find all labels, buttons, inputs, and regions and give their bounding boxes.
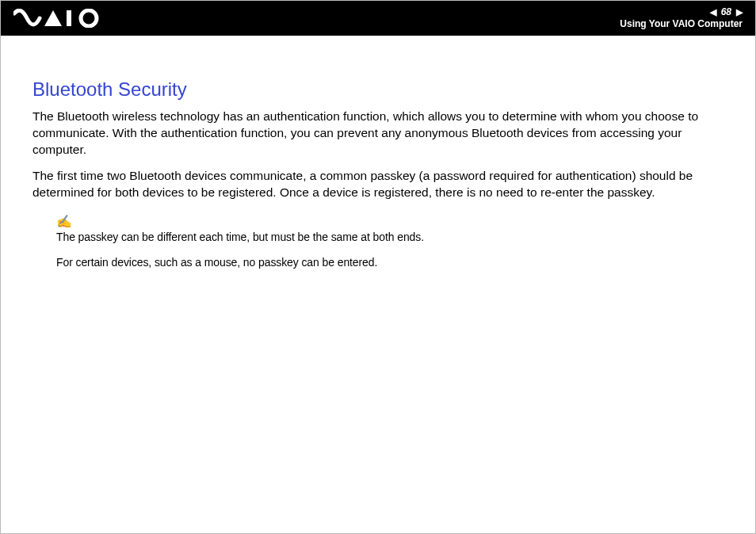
note-icon: ✍ [56, 216, 727, 228]
prev-page-icon[interactable]: ◀ [710, 7, 716, 17]
vaio-logo [13, 9, 109, 28]
page-heading: Bluetooth Security [32, 78, 727, 101]
document-page: ◀ 68 ▶ Using Your VAIO Computer Bluetoot… [0, 0, 756, 534]
header-right: ◀ 68 ▶ Using Your VAIO Computer [620, 7, 743, 29]
section-title: Using Your VAIO Computer [620, 19, 743, 29]
next-page-icon[interactable]: ▶ [736, 7, 743, 17]
paragraph-2: The first time two Bluetooth devices com… [32, 168, 727, 201]
page-nav: ◀ 68 ▶ [710, 7, 743, 17]
paragraph-1: The Bluetooth wireless technology has an… [32, 109, 727, 158]
note-line-2: For certain devices, such as a mouse, no… [56, 255, 727, 269]
svg-rect-0 [67, 10, 71, 26]
note-block: ✍ The passkey can be different each time… [56, 216, 727, 269]
note-line-1: The passkey can be different each time, … [56, 230, 727, 244]
page-number: 68 [721, 7, 731, 17]
svg-point-1 [81, 10, 97, 26]
header-bar: ◀ 68 ▶ Using Your VAIO Computer [1, 1, 755, 36]
content-area: Bluetooth Security The Bluetooth wireles… [1, 36, 755, 269]
